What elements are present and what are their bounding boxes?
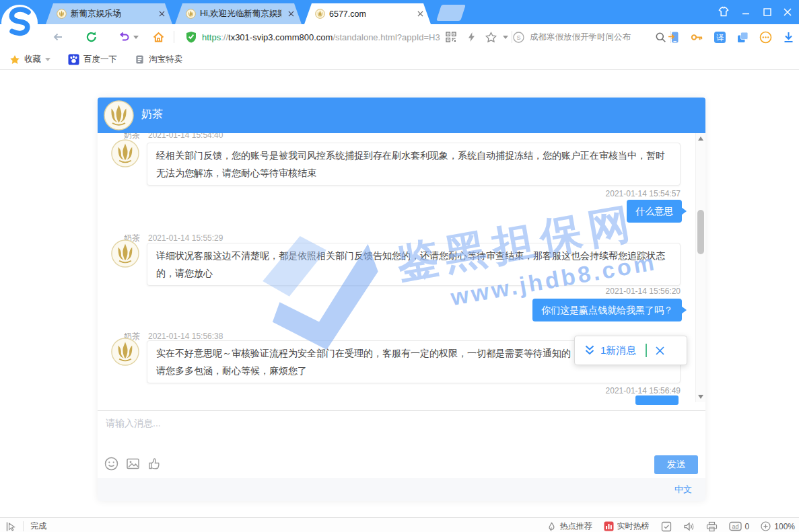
toolbar-separator <box>512 31 512 43</box>
chat-scrollbar[interactable] <box>695 133 705 402</box>
element-picker-icon[interactable] <box>5 521 16 532</box>
speaker-icon[interactable] <box>683 521 695 532</box>
zoom-control[interactable]: 100% <box>761 521 795 531</box>
tab-close-icon[interactable] <box>415 9 425 20</box>
lightning-speed-icon[interactable] <box>463 24 479 50</box>
toolbar-extensions: 译 <box>668 24 795 50</box>
chat-message-area[interactable]: 奶茶2021-01-14 15:54:40 经相关部门反馈，您的账号是被我司风控… <box>98 133 705 410</box>
trending-list[interactable]: 实时热榜 <box>604 521 650 532</box>
undo-dropdown-caret-icon[interactable] <box>132 24 140 50</box>
download-icon[interactable] <box>782 31 795 44</box>
svg-text:S: S <box>516 34 520 41</box>
tab-label: Hi,欢迎光临新葡京娱樂場 <box>200 8 281 20</box>
crown-favicon-icon <box>315 9 325 19</box>
agent-message: 详细状况客服这边不清楚呢，都是依照相关部门反馈告知您的，还请您耐心等待审查结束，… <box>147 243 681 286</box>
chat-header: 奶茶 <box>98 98 705 133</box>
pages-collection-icon[interactable] <box>736 31 749 44</box>
send-button[interactable]: 发送 <box>654 455 698 474</box>
crown-favicon-icon <box>57 9 67 19</box>
message-input[interactable] <box>104 416 686 453</box>
bookmark-taobao[interactable]: 淘宝特卖 <box>135 54 182 65</box>
svg-text:译: 译 <box>716 33 724 41</box>
back-button[interactable] <box>48 24 67 50</box>
address-bar[interactable]: https://tx301-svip3.comm800.com/standalo… <box>186 24 440 50</box>
user-message-time: 2021-01-14 15:54:57 <box>606 189 681 198</box>
agent-avatar <box>104 100 134 130</box>
popup-close-icon[interactable] <box>655 346 665 356</box>
new-message-popup[interactable]: 1新消息 <box>574 336 687 365</box>
agent-name: 奶茶 <box>141 108 163 122</box>
user-message-bubble: 什么意思 <box>627 200 682 223</box>
url-scheme-suffix: :// <box>221 32 228 42</box>
message-composer: 发送 <box>98 410 705 478</box>
tab-close-icon[interactable] <box>285 9 296 20</box>
emoji-icon[interactable] <box>104 457 118 471</box>
hot-label: 热点推荐 <box>560 521 592 532</box>
message-time: 2021-01-14 15:56:38 <box>148 332 223 341</box>
more-menu-smiley-icon[interactable] <box>759 31 772 44</box>
tab-label: 新葡京娱乐场 <box>71 8 152 20</box>
translate-icon[interactable]: 译 <box>714 31 726 44</box>
scroll-down-icon[interactable] <box>698 395 703 399</box>
task-check-icon[interactable] <box>661 521 672 532</box>
refresh-button[interactable] <box>82 24 101 50</box>
favorites-star-icon <box>9 54 20 65</box>
flame-icon <box>547 521 557 532</box>
scrollbar-thumb[interactable] <box>697 210 704 254</box>
favorites-label: 收藏 <box>24 54 41 65</box>
tab-6577[interactable]: 6577.com <box>304 3 431 24</box>
ad-block-icon: ad <box>729 521 742 531</box>
popup-divider <box>646 344 647 357</box>
url-text[interactable]: https://tx301-svip3.comm800.com/standalo… <box>202 32 440 42</box>
tab-welcome[interactable]: Hi,欢迎光临新葡京娱樂場 <box>175 3 302 24</box>
skin-theme-button[interactable] <box>714 0 734 24</box>
home-button[interactable] <box>148 24 168 50</box>
language-link[interactable]: 中文 <box>674 478 692 501</box>
favorites-caret-icon <box>45 58 50 61</box>
sogou-browser-logo-icon[interactable] <box>1 3 40 42</box>
maximize-button[interactable] <box>757 0 777 24</box>
zoom-plus-icon <box>761 521 771 531</box>
zoom-level: 100% <box>774 522 795 531</box>
status-separator <box>23 521 24 531</box>
send-to-phone-icon[interactable] <box>668 31 681 44</box>
qr-code-icon[interactable] <box>443 24 459 50</box>
minimize-button[interactable] <box>736 0 756 24</box>
password-key-icon[interactable] <box>691 31 703 44</box>
bookmark-baidu[interactable]: 百度一下 <box>68 54 117 65</box>
tab-close-icon[interactable] <box>156 9 167 20</box>
hot-recommendations[interactable]: 热点推荐 <box>547 521 592 532</box>
favorites-menu[interactable]: 收藏 <box>9 54 50 65</box>
user-message-time: 2021-01-14 15:56:20 <box>606 287 681 296</box>
image-upload-icon[interactable] <box>126 457 140 471</box>
double-chevron-down-icon[interactable] <box>583 344 596 357</box>
thumbs-up-icon[interactable] <box>147 457 162 471</box>
bookmark-label: 淘宝特卖 <box>149 54 182 65</box>
composer-toolbar <box>104 457 162 471</box>
search-magnifier-icon[interactable] <box>655 32 666 43</box>
document-icon <box>135 54 145 65</box>
search-box[interactable]: S 成都寒假放假开学时间公布 <box>513 24 666 50</box>
search-query[interactable]: 成都寒假放假开学时间公布 <box>530 32 650 43</box>
trending-chart-icon <box>604 521 614 531</box>
scroll-up-icon[interactable] <box>698 137 703 141</box>
printer-icon[interactable] <box>706 521 718 532</box>
address-dropdown-caret-icon[interactable] <box>501 24 510 50</box>
new-tab-button[interactable] <box>436 5 466 21</box>
favorite-star-icon[interactable] <box>482 24 499 50</box>
navigation-toolbar: https://tx301-svip3.comm800.com/standalo… <box>0 24 799 50</box>
agent-avatar <box>111 239 139 268</box>
url-path: /standalone.html?appId=H3 <box>333 32 440 42</box>
ad-blocker[interactable]: ad 0 <box>729 521 750 531</box>
toolbar-separator <box>174 31 174 43</box>
user-message-bubble-clipped <box>635 395 679 405</box>
status-left: 完成 <box>5 521 46 532</box>
bookmark-label: 百度一下 <box>83 54 117 65</box>
new-message-label[interactable]: 1新消息 <box>600 344 636 357</box>
user-message-time: 2021-01-14 15:56:49 <box>606 386 681 395</box>
tab-xinpujing[interactable]: 新葡京娱乐场 <box>46 3 172 24</box>
sogou-search-engine-icon: S <box>513 32 524 43</box>
close-window-button[interactable] <box>777 0 798 24</box>
crown-favicon-icon <box>186 9 196 19</box>
undo-navigation-button[interactable] <box>114 24 133 50</box>
